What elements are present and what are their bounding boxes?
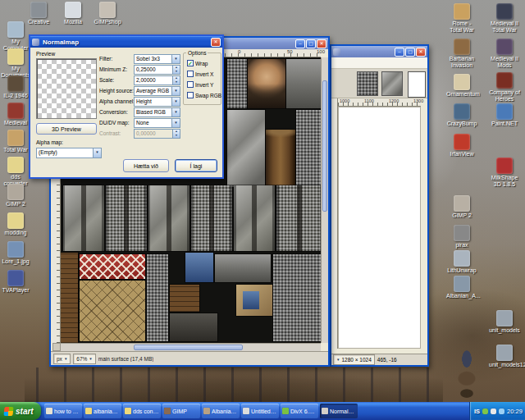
task-untitled[interactable]: Untitled (60%)... [241,404,279,418]
spinner-arrows-icon[interactable]: ▲▼ [172,76,180,84]
desktop-icon-modding[interactable]: modding [0,212,31,236]
maximize-button[interactable]: ▢ [405,48,415,57]
checkbox-check-icon [187,92,194,98]
minimum-z-value: 0,25000 [136,66,156,72]
minimize-button[interactable]: – [395,48,404,57]
canvas-size-value: 1280 × 1024 [341,357,371,363]
task-dds-converter[interactable]: dds converter [123,404,161,418]
canvas-size-select[interactable]: ▼ 1280 × 1024 [333,354,375,365]
swap-rgb-checkbox[interactable]: Swap RGB [187,92,221,98]
icon-label: CrazyBump [446,121,477,127]
start-button[interactable]: start [0,402,41,420]
desktop-icon-lore1[interactable]: Lore_1.jpg [0,241,31,265]
ok-button[interactable]: Í lagi [175,159,217,172]
task-albanian-nob[interactable]: Albanian_Nob... [202,404,240,418]
desktop-icon-gimpshop[interactable]: GIMPshop [92,2,123,25]
desktop-icon-paintnet[interactable]: Paint.NET [489,103,520,127]
task-divx[interactable]: DivX 6.8.4 rele... [281,404,318,418]
desktop-icon-total-war[interactable]: Total War [0,130,31,153]
clock: 20:29 [507,408,523,415]
maximize-button[interactable]: ▢ [306,39,316,48]
desktop-icon-unit-models[interactable]: unit_models [489,310,520,334]
desktop-icon-my-documents[interactable]: My Documents [0,48,31,78]
task-albanian-tribe[interactable]: albanian tribe [84,404,121,418]
conversion-select[interactable]: Biased RGB▼ [134,107,180,117]
minimize-button[interactable]: – [295,39,305,48]
desktop-icon-tvaplayer[interactable]: TVAPlayer [0,270,31,294]
desktop-icon-il2[interactable]: IL-2 1946 [0,75,31,99]
language-indicator[interactable]: IS [474,408,480,415]
wrap-checkbox[interactable]: ✓Wrap [187,60,208,66]
desktop-icon-medieval2-total-war[interactable]: Medieval II Total War [489,3,520,33]
texture-region-armor [234,185,275,251]
invert-x-checkbox[interactable]: Invert X [187,71,213,77]
zoom-select[interactable]: 67% ▼ [73,354,95,364]
chevron-down-icon: ▼ [171,108,180,116]
desktop-icon-dds-converter[interactable]: dds converter [0,157,31,186]
wallpaper-horseman [447,343,486,400]
desktop-icon-pirax[interactable]: pirax [446,225,477,249]
desktop-icon-medieval[interactable]: Medieval [0,103,31,126]
unit-select[interactable]: px ▼ [53,354,71,364]
task-normalmap[interactable]: Normalmap [320,404,358,418]
minimum-z-spinner[interactable]: 0,25000▲▼ [134,65,180,75]
white-canvas[interactable] [338,107,421,349]
desktop-icon-rome-total-war[interactable]: Rome - Total War [446,3,477,33]
dudv-map-select[interactable]: None▼ [134,118,180,128]
desktop-icon-gimp2-right[interactable]: GIMP 2 [446,195,477,219]
scrollbar-thumb[interactable] [134,345,243,350]
wallpaper-soldiers [25,368,443,402]
desktop-icon-ornamentum[interactable]: Ornamentum [446,74,477,98]
scale-spinner[interactable]: 2,00000▲▼ [134,75,180,85]
close-button[interactable]: ✕ [416,48,426,57]
invert-y-checkbox[interactable]: Invert Y [187,81,213,88]
checkbox-label: Wrap [195,61,208,66]
desktop-icon-medieval2-mods[interactable]: Medieval II Mods [489,39,520,68]
desktop-icon-crazybump[interactable]: CrazyBump [446,103,477,127]
ruler-label: 0 [238,49,240,54]
task-how-to-make[interactable]: how to make a... [44,404,82,418]
desktop-icon-gimp2[interactable]: GIMP 2 [0,184,31,208]
close-button[interactable]: ✕ [317,39,326,48]
horizontal-scrollbar[interactable] [61,343,321,351]
image-thumbnail[interactable] [408,71,426,98]
dialog-title: Normalmap [41,39,210,46]
task-gimp[interactable]: GIMP [162,404,200,418]
task-label: DivX 6.8.4 rele... [290,409,317,414]
msn-icon[interactable] [482,409,488,414]
close-button[interactable]: ✕ [211,38,221,47]
height-source-label: Height source: [99,88,134,94]
desktop-icon-barbarian-invasion[interactable]: Barbarian Invasion [446,39,477,68]
dialog-titlebar[interactable]: Normalmap ✕ [30,36,222,48]
volume-icon[interactable] [491,409,496,414]
maximize-icon: ▢ [408,49,413,54]
desktop-icon-company-of-heroes[interactable]: Company of Heroes [489,72,520,102]
filter-value: Sobel 3x3 [136,56,160,62]
texture-region [236,285,272,316]
desktop-icon-mozilla[interactable]: Mozilla [57,2,89,25]
vertical-scrollbar[interactable] [321,57,328,343]
desktop-icon-unit-models12[interactable]: unit_models12 [489,345,520,368]
alpha-channel-select[interactable]: Height▼ [134,97,180,107]
texture-region [286,59,321,108]
preview-3d-button[interactable]: 3D Preview [36,123,97,135]
network-icon[interactable] [499,409,504,414]
image-file-icon [496,310,513,326]
desktop-icon-lithunwrap[interactable]: LithUnwrap [446,250,477,274]
image-thumbnail[interactable] [357,71,378,96]
options-title: Options [186,50,208,56]
scrollbar-thumb[interactable] [322,80,327,212]
dialog-icon [322,408,328,414]
desktop-icon-my-computer[interactable]: My Computer [0,21,31,51]
desktop-icon-irfanview[interactable]: IrfanView [446,134,477,158]
desktop-icon-milkshape[interactable]: MilkShape 3D 1.8.5 [489,158,520,187]
quick-mask-toggle[interactable] [52,343,61,351]
filter-select[interactable]: Sobel 3x3▼ [134,54,180,64]
height-source-select[interactable]: Average RGB▼ [134,86,180,96]
cancel-button[interactable]: Hætta við [123,159,169,172]
alpha-map-select[interactable]: (Empty) ▼ [36,148,102,158]
canvas-titlebar[interactable]: – ▢ ✕ [331,46,427,57]
image-thumbnail[interactable] [381,71,403,96]
spinner-arrows-icon[interactable]: ▲▼ [172,66,180,74]
desktop-icon-albanian-a[interactable]: Albanian_A... [446,276,477,299]
